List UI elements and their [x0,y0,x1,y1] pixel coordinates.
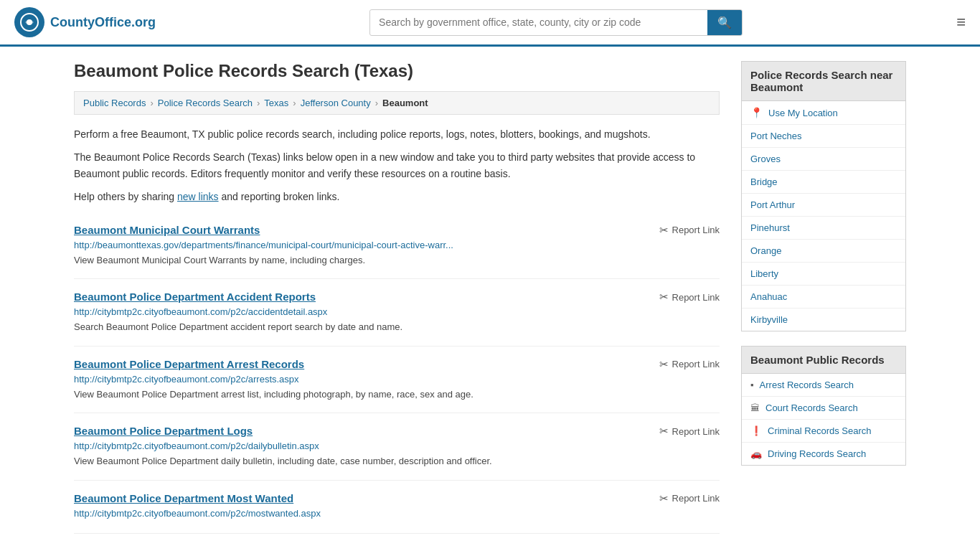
nearby-list: 📍 Use My Location Port Neches Groves Bri… [741,101,906,331]
sidebar: Police Records Search near Beaumont 📍 Us… [741,61,906,534]
driving-records-link[interactable]: Driving Records Search [768,448,866,459]
main-container: Beaumont Police Records Search (Texas) P… [60,47,920,548]
result-item: Beaumont Police Department Most Wanted ✂… [74,481,720,534]
public-record-2[interactable]: 🏛 Court Records Search [742,397,905,420]
arrest-records-link[interactable]: Arrest Records Search [760,380,854,390]
result-url-4: http://citybmtp2c.cityofbeaumont.com/p2c… [74,441,720,451]
nearby-link-9[interactable]: Kirbyville [750,314,788,325]
public-record-3[interactable]: ❗ Criminal Records Search [742,420,905,443]
nearby-link-5[interactable]: Pinehurst [750,222,790,233]
content-area: Beaumont Police Records Search (Texas) P… [74,61,720,534]
result-title-5[interactable]: Beaumont Police Department Most Wanted [74,492,293,504]
result-url-5: http://citybmtp2c.cityofbeaumont.com/p2c… [74,508,720,519]
nearby-location-3[interactable]: Bridge [742,171,905,194]
court-records-link[interactable]: Court Records Search [765,402,858,413]
public-records-list: ▪ Arrest Records Search 🏛 Court Records … [741,374,906,466]
search-bar[interactable]: 🔍 [369,9,743,36]
result-item: Beaumont Police Department Logs ✂ Report… [74,413,720,481]
breadcrumb-jefferson-county[interactable]: Jefferson County [301,98,371,108]
nearby-link-1[interactable]: Port Neches [750,131,802,141]
result-url-3: http://citybmtp2c.cityofbeaumont.com/p2c… [74,374,720,385]
logo-icon [14,7,44,37]
new-links-link[interactable]: new links [177,191,219,202]
result-desc-3: View Beaumont Police Department arrest l… [74,387,720,402]
menu-icon[interactable]: ≡ [956,13,966,32]
breadcrumb-public-records[interactable]: Public Records [83,98,146,108]
result-desc-1: View Beaumont Municipal Court Warrants b… [74,253,720,268]
breadcrumb-texas[interactable]: Texas [264,98,288,108]
logo-name: CountyOffice [50,15,131,29]
nearby-location-7[interactable]: Liberty [742,263,905,286]
nearby-location-4[interactable]: Port Arthur [742,194,905,217]
report-link-4[interactable]: ✂ Report Link [659,425,720,438]
page-title: Beaumont Police Records Search (Texas) [74,61,720,81]
arrest-records-icon: ▪ [750,380,754,390]
logo-org: .org [131,15,156,29]
criminal-records-icon: ❗ [750,425,762,436]
result-url-1: http://beaumonttexas.gov/departments/fin… [74,240,720,250]
result-item: Beaumont Police Department Accident Repo… [74,279,720,347]
result-item: Beaumont Police Department Arrest Record… [74,347,720,414]
result-item: Beaumont Municipal Court Warrants ✂ Repo… [74,212,720,280]
result-title-2[interactable]: Beaumont Police Department Accident Repo… [74,291,316,303]
nearby-location-2[interactable]: Groves [742,148,905,171]
result-desc-2: Search Beaumont Police Department accide… [74,320,720,334]
scissors-icon-3: ✂ [659,358,669,371]
result-title-3[interactable]: Beaumont Police Department Arrest Record… [74,358,304,370]
nearby-link-3[interactable]: Bridge [750,176,778,187]
result-title-1[interactable]: Beaumont Municipal Court Warrants [74,224,260,236]
search-button[interactable]: 🔍 [707,10,742,35]
nearby-location-8[interactable]: Anahuac [742,286,905,309]
report-link-2[interactable]: ✂ Report Link [659,291,720,303]
use-my-location-link[interactable]: Use My Location [768,108,838,118]
description-3: Help others by sharing new links and rep… [74,189,720,204]
scissors-icon-4: ✂ [659,425,669,438]
logo-text: CountyOffice.org [50,15,156,30]
search-input[interactable] [370,11,707,34]
breadcrumb-police-records-search[interactable]: Police Records Search [158,98,253,108]
nearby-link-2[interactable]: Groves [750,154,781,164]
description-1: Perform a free Beaumont, TX public polic… [74,126,720,142]
court-records-icon: 🏛 [750,402,760,413]
nearby-link-4[interactable]: Port Arthur [750,199,795,210]
site-header: CountyOffice.org 🔍 ≡ [0,0,980,47]
result-desc-4: View Beaumont Police Department daily bu… [74,454,720,468]
nearby-location-5[interactable]: Pinehurst [742,217,905,240]
breadcrumb-beaumont: Beaumont [382,98,428,108]
nearby-location-9[interactable]: Kirbyville [742,309,905,331]
result-title-4[interactable]: Beaumont Police Department Logs [74,425,253,437]
nearby-link-7[interactable]: Liberty [750,268,778,279]
public-record-4[interactable]: 🚗 Driving Records Search [742,443,905,465]
nearby-link-8[interactable]: Anahuac [750,291,787,302]
scissors-icon-2: ✂ [659,291,669,303]
nearby-section-title: Police Records Search near Beaumont [741,61,906,101]
scissors-icon-5: ✂ [659,492,669,505]
criminal-records-link[interactable]: Criminal Records Search [768,425,872,436]
report-link-3[interactable]: ✂ Report Link [659,358,720,371]
public-records-section-title: Beaumont Public Records [741,346,906,374]
breadcrumb: Public Records › Police Records Search ›… [74,91,720,115]
svg-point-1 [27,19,32,25]
description-2: The Beaumont Police Records Search (Texa… [74,149,720,182]
result-url-2: http://citybmtp2c.cityofbeaumont.com/p2c… [74,306,720,317]
report-link-5[interactable]: ✂ Report Link [659,492,720,505]
use-my-location-item[interactable]: 📍 Use My Location [742,101,905,125]
driving-records-icon: 🚗 [750,448,762,459]
logo-area: CountyOffice.org [14,7,156,37]
scissors-icon-1: ✂ [659,224,669,237]
public-record-1[interactable]: ▪ Arrest Records Search [742,374,905,397]
nearby-location-1[interactable]: Port Neches [742,125,905,148]
report-link-1[interactable]: ✂ Report Link [659,224,720,237]
location-pin-icon: 📍 [750,107,763,118]
nearby-location-6[interactable]: Orange [742,240,905,263]
nearby-link-6[interactable]: Orange [750,245,781,256]
